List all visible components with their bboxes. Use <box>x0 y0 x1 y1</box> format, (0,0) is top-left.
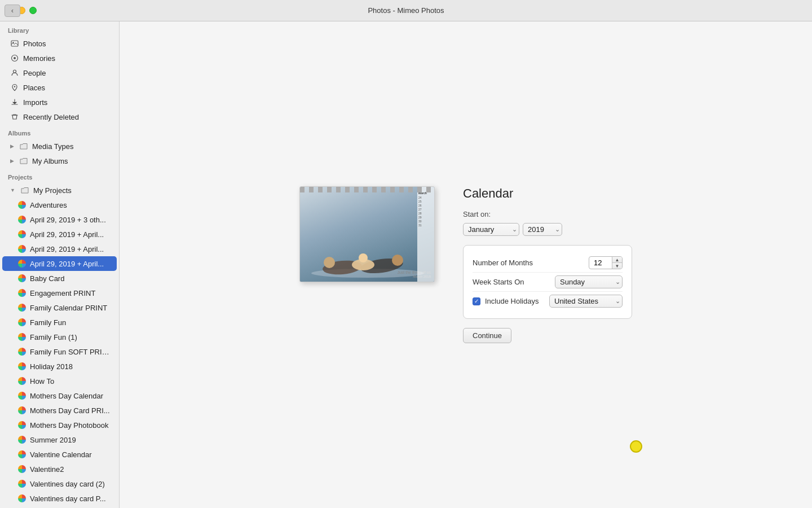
places-label: Places <box>23 84 111 92</box>
albums-section-label: Albums <box>0 124 119 139</box>
date-selectors: January February March April May June Ju… <box>463 223 632 236</box>
sidebar-item-engagement-print[interactable]: Engagement PRINT <box>2 286 117 300</box>
mimeo-dot-icon <box>18 450 26 458</box>
sidebar-item-photos[interactable]: Photos <box>2 36 117 51</box>
mimeo-dot-icon <box>18 245 26 253</box>
library-section-label: Library <box>0 21 119 36</box>
sidebar-item-april-4[interactable]: April 29, 2019 + April... <box>2 256 117 271</box>
my-projects-label: My Projects <box>33 186 111 195</box>
week-starts-on-row: Week Starts On Sunday Monday Tuesday Wed… <box>473 273 623 292</box>
sidebar-item-my-albums[interactable]: ▶ My Albums <box>2 154 117 168</box>
sidebar: Library Photos Memories People Places <box>0 21 120 508</box>
calendar-photo: Just the three of us March 2018 March 24… <box>300 187 434 282</box>
sidebar-item-mothers-day-card-print[interactable]: Mothers Day Card PRI... <box>2 403 117 418</box>
people-label: People <box>23 69 111 77</box>
sidebar-item-holiday-2018[interactable]: Holiday 2018 <box>2 359 117 374</box>
folder-icon <box>20 186 29 195</box>
mimeo-dot-icon <box>18 230 26 238</box>
april-2-label: April 29, 2019 + April... <box>30 230 111 239</box>
svg-point-5 <box>14 86 15 87</box>
svg-point-4 <box>14 70 16 73</box>
number-of-months-row: Number of Months ▲ ▼ <box>473 253 623 273</box>
mimeo-dot-icon <box>18 377 26 385</box>
mimeo-dot-icon <box>18 274 26 282</box>
month-select[interactable]: January February March April May June Ju… <box>463 223 519 236</box>
sidebar-item-my-projects[interactable]: ▼ My Projects <box>2 183 117 198</box>
sidebar-item-valentine-calendar[interactable]: Valentine Calendar <box>2 447 117 462</box>
imports-icon <box>10 98 19 107</box>
calendar-preview: Just the three of us March 2018 March 24… <box>299 186 440 288</box>
sidebar-item-valentines-day-card-p[interactable]: Valentines day card P... <box>2 491 117 506</box>
mimeo-dot-icon <box>18 348 26 356</box>
sidebar-item-valentine2[interactable]: Valentine2 <box>2 462 117 476</box>
summer-2019-label: Summer 2019 <box>30 436 111 444</box>
include-holidays-checkbox[interactable] <box>473 297 480 305</box>
family-fun-label: Family Fun <box>30 318 111 327</box>
engagement-print-label: Engagement PRINT <box>30 289 111 297</box>
baby-card-label: Baby Card <box>30 274 111 283</box>
spiral-binding <box>300 187 434 192</box>
back-button[interactable]: ‹ <box>5 5 20 17</box>
sidebar-item-adventures[interactable]: Adventures <box>2 198 117 212</box>
my-albums-label: My Albums <box>32 157 111 165</box>
sidebar-item-april-3[interactable]: April 29, 2019 + April... <box>2 242 117 256</box>
sidebar-item-recently-deleted[interactable]: Recently Deleted <box>2 110 117 124</box>
mimeo-dot-icon <box>18 436 26 444</box>
continue-button[interactable]: Continue <box>463 328 511 343</box>
holidays-region-wrapper[interactable]: United States United Kingdom Canada Aust… <box>549 295 623 308</box>
week-select[interactable]: Sunday Monday Tuesday Wednesday Thursday… <box>555 275 623 288</box>
week-select-wrapper[interactable]: Sunday Monday Tuesday Wednesday Thursday… <box>555 275 623 288</box>
photos-icon <box>10 39 19 48</box>
months-stepper: ▲ ▼ <box>589 256 623 269</box>
valentine-calendar-label: Valentine Calendar <box>30 450 111 459</box>
svg-point-12 <box>359 253 368 262</box>
mimeo-dot-icon <box>18 216 26 224</box>
months-increase-button[interactable]: ▲ <box>612 257 622 263</box>
sidebar-item-people[interactable]: People <box>2 65 117 80</box>
mimeo-dot-icon <box>18 362 26 370</box>
sidebar-item-baby-card[interactable]: Baby Card <box>2 271 117 286</box>
mimeo-dot-icon <box>18 480 26 488</box>
sidebar-item-how-to[interactable]: How To <box>2 374 117 388</box>
content-area: Just the three of us March 2018 March 24… <box>120 21 812 508</box>
include-holidays-label: Include Holidays <box>485 297 539 305</box>
imports-label: Imports <box>23 98 111 107</box>
mimeo-dot-icon <box>18 494 26 502</box>
projects-section-label: Projects <box>0 168 119 183</box>
valentine2-label: Valentine2 <box>30 465 111 474</box>
sidebar-item-mothers-day-calendar[interactable]: Mothers Day Calendar <box>2 388 117 403</box>
sidebar-item-imports[interactable]: Imports <box>2 95 117 110</box>
places-icon <box>10 83 19 92</box>
sidebar-item-april-2[interactable]: April 29, 2019 + April... <box>2 227 117 242</box>
maximize-button[interactable] <box>29 7 37 14</box>
sidebar-item-family-fun-soft-print[interactable]: Family Fun SOFT PRINT <box>2 344 117 359</box>
sidebar-item-media-types[interactable]: ▶ Media Types <box>2 139 117 154</box>
include-holidays-group: Include Holidays <box>473 297 539 305</box>
year-select[interactable]: 2017 2018 2019 2020 2021 <box>523 223 562 236</box>
year-select-wrapper[interactable]: 2017 2018 2019 2020 2021 <box>523 223 562 236</box>
start-on-label: Start on: <box>463 210 632 218</box>
april-1-label: April 29, 2019 + 3 oth... <box>30 216 111 224</box>
sidebar-item-family-fun-1[interactable]: Family Fun (1) <box>2 330 117 344</box>
photos-label: Photos <box>23 40 111 48</box>
months-decrease-button[interactable]: ▼ <box>612 263 622 269</box>
adventures-label: Adventures <box>30 201 111 209</box>
week-starts-on-label: Week Starts On <box>473 278 524 286</box>
months-stepper-arrows: ▲ ▼ <box>612 257 622 269</box>
sidebar-item-mothers-day-photobook[interactable]: Mothers Day Photobook <box>2 418 117 432</box>
sidebar-item-summer-2019[interactable]: Summer 2019 <box>2 432 117 447</box>
sidebar-item-family-fun[interactable]: Family Fun <box>2 315 117 330</box>
sidebar-item-april-1[interactable]: April 29, 2019 + 3 oth... <box>2 212 117 227</box>
svg-point-8 <box>324 257 335 268</box>
sidebar-item-memories[interactable]: Memories <box>2 51 117 65</box>
sidebar-item-family-calendar-print[interactable]: Family Calendar PRINT <box>2 300 117 315</box>
sidebar-item-places[interactable]: Places <box>2 80 117 95</box>
holidays-region-select[interactable]: United States United Kingdom Canada Aust… <box>549 295 623 308</box>
mimeo-dot-icon <box>18 201 26 209</box>
sidebar-item-valentines-day-card-2[interactable]: Valentines day card (2) <box>2 476 117 491</box>
valentines-day-card-p-label: Valentines day card P... <box>30 494 111 503</box>
svg-point-3 <box>14 57 16 59</box>
mothers-day-card-print-label: Mothers Day Card PRI... <box>30 406 111 415</box>
month-select-wrapper[interactable]: January February March April May June Ju… <box>463 223 519 236</box>
mimeo-dot-icon <box>18 406 26 414</box>
